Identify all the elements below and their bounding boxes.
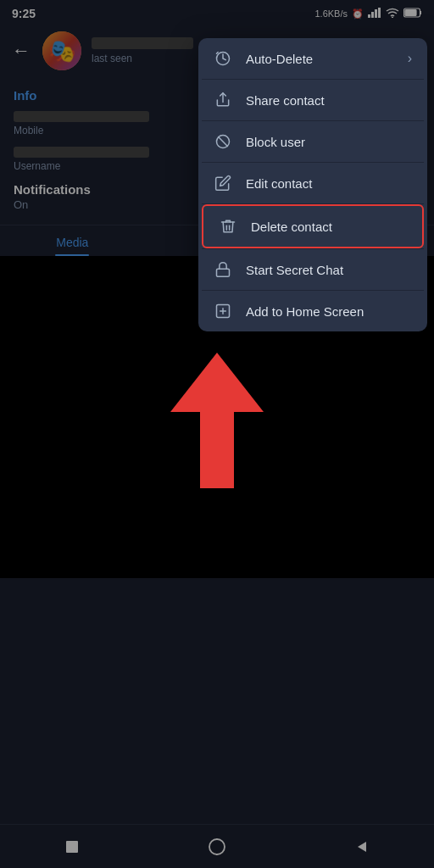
chevron-right-icon: › bbox=[408, 51, 412, 66]
block-user-label: Block user bbox=[246, 135, 412, 149]
menu-item-share-contact[interactable]: Share contact bbox=[198, 80, 427, 120]
red-arrow-container bbox=[166, 353, 268, 488]
lock-icon bbox=[214, 260, 232, 279]
add-home-screen-label: Add to Home Screen bbox=[246, 304, 412, 319]
share-icon bbox=[214, 91, 232, 109]
clock-icon bbox=[214, 49, 232, 68]
dropdown-menu: Auto-Delete › Share contact Block user E… bbox=[198, 38, 427, 331]
edit-icon bbox=[214, 174, 232, 192]
menu-item-block-user[interactable]: Block user bbox=[198, 121, 427, 162]
block-icon bbox=[214, 132, 232, 151]
delete-contact-label: Delete contact bbox=[251, 220, 407, 234]
add-screen-icon bbox=[214, 302, 232, 320]
menu-item-delete-contact[interactable]: Delete contact bbox=[202, 204, 424, 248]
menu-item-edit-contact[interactable]: Edit contact bbox=[198, 163, 427, 203]
menu-item-auto-delete[interactable]: Auto-Delete › bbox=[198, 38, 427, 79]
share-contact-label: Share contact bbox=[246, 93, 412, 108]
menu-item-add-home-screen[interactable]: Add to Home Screen bbox=[198, 291, 427, 331]
edit-contact-label: Edit contact bbox=[246, 176, 412, 191]
arrow-shaft bbox=[200, 403, 234, 488]
auto-delete-label: Auto-Delete bbox=[246, 52, 394, 66]
secret-chat-label: Start Secret Chat bbox=[246, 263, 412, 277]
menu-item-secret-chat[interactable]: Start Secret Chat bbox=[198, 249, 427, 290]
svg-rect-9 bbox=[217, 269, 230, 276]
trash-icon bbox=[219, 217, 237, 236]
